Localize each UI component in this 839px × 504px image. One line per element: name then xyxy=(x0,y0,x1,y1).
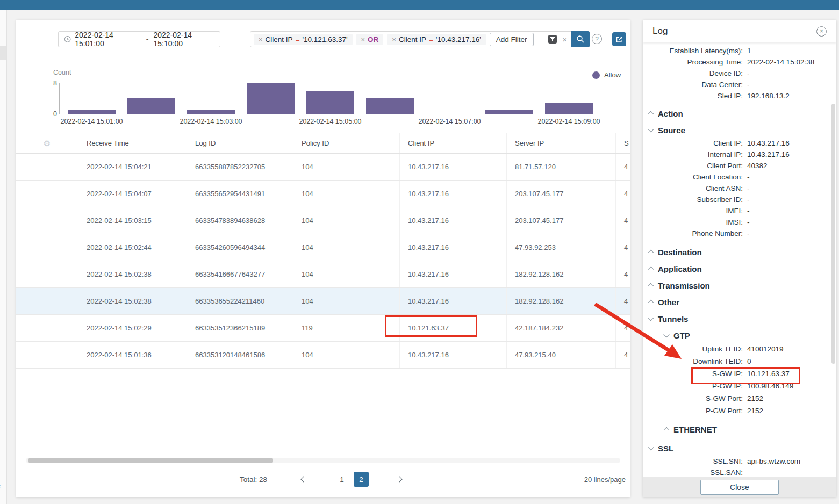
x-tick-label: 2022-02-14 15:09:00 xyxy=(537,118,600,125)
cell-receive-time: 2022-02-14 15:02:44 xyxy=(78,234,187,261)
section-action[interactable]: Action xyxy=(643,108,836,119)
page-1-button[interactable]: 1 xyxy=(334,472,349,487)
y-tick-8: 8 xyxy=(43,80,57,87)
cell-client-ip: 10.43.217.16 xyxy=(399,342,506,368)
cell-policy-id: 104 xyxy=(293,181,399,207)
horizontal-scrollbar-thumb[interactable] xyxy=(28,458,273,463)
total-count-label: Total: 28 xyxy=(240,476,267,484)
cell-server-ip: 182.92.128.162 xyxy=(506,261,615,287)
panel-body: Establish Latency(ms):1 Processing Time:… xyxy=(643,42,836,475)
cell-policy-id: 104 xyxy=(293,261,399,287)
detail-field: Internal IP:10.43.217.16 xyxy=(643,149,836,160)
detail-field: Device ID:- xyxy=(643,68,836,79)
pagination: Total: 28 1 2 20 lines/page xyxy=(16,471,630,487)
detail-field: IMSI:- xyxy=(643,217,836,228)
cell-receive-time: 2022-02-14 15:04:21 xyxy=(78,154,187,180)
detail-field: Subscriber ID:- xyxy=(643,194,836,205)
cell-server-ip: 42.187.184.232 xyxy=(506,315,615,341)
table-row[interactable]: 2022-02-14 15:02:38 663354166677643277 1… xyxy=(16,261,630,288)
chevron-up-icon xyxy=(648,283,654,289)
chart-bar xyxy=(127,98,175,114)
detail-field-sgw-ip: S-GW IP:10.121.63.37 xyxy=(643,368,836,380)
table-row[interactable]: 2022-02-14 15:01:36 663353120148461586 1… xyxy=(16,342,630,369)
detail-field: SSL.SAN: xyxy=(643,467,836,475)
cell-receive-time: 2022-02-14 15:04:07 xyxy=(78,181,187,207)
detail-field: Client ASN:- xyxy=(643,183,836,194)
cell-log-id: 663353512366215189 xyxy=(187,315,293,341)
close-icon[interactable]: × xyxy=(816,26,827,37)
cell-clipped: 4 xyxy=(615,261,630,287)
vertical-scrollbar-thumb[interactable] xyxy=(831,104,835,364)
log-table: ⚙ Receive Time Log ID Policy ID Client I… xyxy=(16,133,630,369)
panel-title: Log xyxy=(652,26,668,37)
close-button[interactable]: Close xyxy=(700,480,779,495)
detail-field: Client IP:10.43.217.16 xyxy=(643,138,836,149)
table-row[interactable]: 2022-02-14 15:02:44 663354260596494344 1… xyxy=(16,234,630,261)
cell-policy-id: 119 xyxy=(293,315,399,341)
table-row-selected[interactable]: 2022-02-14 15:02:38 663353655224211460 1… xyxy=(16,288,630,315)
cell-server-ip: 203.107.45.177 xyxy=(506,207,615,234)
log-count-chart: Count Allow 8 0 2022-02-14 15:01:002022-… xyxy=(16,20,630,133)
chevron-down-icon xyxy=(648,315,654,321)
cell-policy-id: 104 xyxy=(293,288,399,314)
collapse-panel-icon[interactable]: ‹ xyxy=(0,481,1,492)
x-tick-label: 2022-02-14 15:03:00 xyxy=(180,118,242,125)
cell-server-ip: 47.93.215.40 xyxy=(506,342,615,368)
cell-client-ip: 10.43.217.16 xyxy=(399,181,506,207)
table-row[interactable]: 2022-02-14 15:02:29 663353512366215189 1… xyxy=(16,315,630,342)
y-tick-0: 0 xyxy=(43,110,57,118)
cell-server-ip: 47.93.92.253 xyxy=(506,234,615,261)
section-other[interactable]: Other xyxy=(643,297,836,307)
section-ssl[interactable]: SSL xyxy=(643,443,836,453)
cell-client-ip: 10.43.217.16 xyxy=(399,234,506,261)
cell-log-id: 663353120148461586 xyxy=(187,342,293,368)
chevron-down-icon xyxy=(648,126,654,132)
cell-receive-time: 2022-02-14 15:02:38 xyxy=(78,288,187,314)
section-application[interactable]: Application xyxy=(643,263,836,274)
next-page-button[interactable] xyxy=(392,472,406,486)
chevron-up-icon xyxy=(648,111,654,117)
chart-legend[interactable]: Allow xyxy=(592,71,621,79)
x-tick-label: 2022-02-14 15:05:00 xyxy=(299,118,361,125)
detail-field: Sled IP:192.168.13.2 xyxy=(643,90,836,102)
cell-receive-time: 2022-02-14 15:03:15 xyxy=(78,207,187,234)
cell-clipped: 4 xyxy=(615,181,630,207)
column-settings-gear-icon[interactable]: ⚙ xyxy=(44,139,51,148)
chart-bar xyxy=(68,110,116,114)
panel-footer: Close xyxy=(643,477,836,497)
cell-policy-id: 104 xyxy=(293,207,399,234)
cell-client-ip: 10.43.217.16 xyxy=(399,154,506,180)
cell-server-ip: 81.71.57.120 xyxy=(506,154,615,180)
section-ethernet[interactable]: ETHERNET xyxy=(643,424,836,435)
prev-page-button[interactable] xyxy=(297,472,311,486)
detail-field: S-GW Port:2152 xyxy=(643,392,836,405)
page-2-button-active[interactable]: 2 xyxy=(354,472,369,487)
cell-clipped: 4 xyxy=(615,207,630,234)
detail-field: Phone Number:- xyxy=(643,228,836,239)
table-header-row: ⚙ Receive Time Log ID Policy ID Client I… xyxy=(16,133,630,154)
section-source[interactable]: Source xyxy=(643,125,836,135)
chart-bar xyxy=(306,91,354,114)
section-tunnels[interactable]: Tunnels xyxy=(643,313,836,324)
cell-clipped: 4 xyxy=(615,288,630,314)
chevron-down-icon xyxy=(648,444,654,450)
section-destination[interactable]: Destination xyxy=(643,247,836,257)
detail-field: Establish Latency(ms):1 xyxy=(643,45,836,56)
horizontal-scrollbar[interactable] xyxy=(26,458,620,463)
chart-bar xyxy=(545,103,593,114)
cell-log-id: 663354260596494344 xyxy=(187,234,293,261)
table-row[interactable]: 2022-02-14 15:04:21 663355887852232705 1… xyxy=(16,154,630,181)
cell-policy-id: 104 xyxy=(293,342,399,368)
chevron-up-icon xyxy=(648,300,654,306)
table-row[interactable]: 2022-02-14 15:03:15 663354783894638628 1… xyxy=(16,207,630,234)
chevron-up-icon xyxy=(648,250,654,256)
page-size-label[interactable]: 20 lines/page xyxy=(584,471,626,487)
cell-log-id: 663353655224211460 xyxy=(187,288,293,314)
cell-client-ip: 10.43.217.16 xyxy=(399,261,506,287)
detail-field: P-GW Port:2152 xyxy=(643,405,836,417)
table-row[interactable]: 2022-02-14 15:04:07 663355652954431491 1… xyxy=(16,181,630,207)
section-gtp[interactable]: GTP xyxy=(643,330,836,341)
cell-clipped: 4 xyxy=(615,154,630,180)
section-transmission[interactable]: Transmission xyxy=(643,280,836,291)
cell-receive-time: 2022-02-14 15:02:29 xyxy=(78,315,187,341)
